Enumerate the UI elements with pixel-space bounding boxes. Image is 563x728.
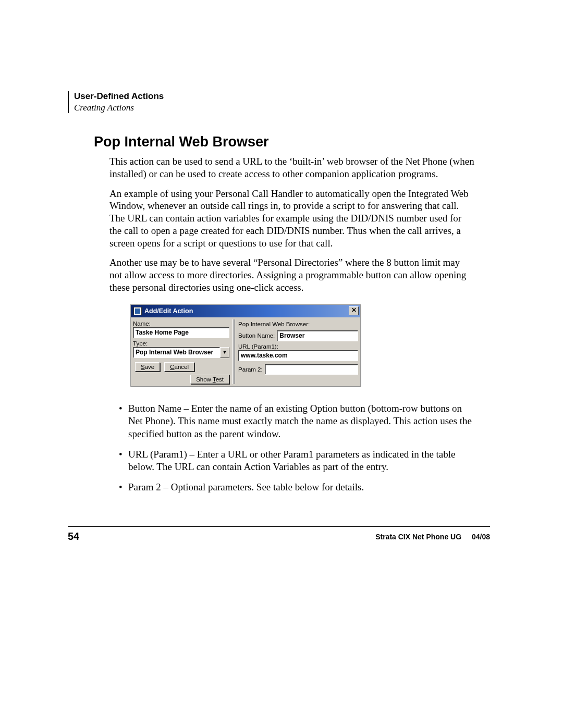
page-content: User-Defined Actions Creating Actions Po… [68, 91, 490, 501]
dialog-divider [232, 319, 235, 384]
paragraph-1: This action can be used to send a URL to… [109, 155, 474, 180]
url-label: URL (Param1): [238, 343, 358, 350]
url-input[interactable]: www.taske.com [238, 350, 358, 361]
subsection-name: Creating Actions [74, 103, 490, 113]
doc-title: Strata CIX Net Phone UG [375, 533, 461, 541]
paragraph-3: Another use may be to have several “Pers… [109, 256, 474, 293]
bullet-list: Button Name – Enter the name of an exist… [109, 402, 474, 494]
param2-label: Param 2: [238, 366, 263, 373]
page-number: 54 [68, 530, 79, 542]
dialog-body: Name: Taske Home Page Type: Pop Internal… [131, 317, 360, 386]
list-item: Param 2 – Optional parameters. See table… [121, 481, 474, 494]
param2-input[interactable] [265, 364, 358, 375]
footer-rule [68, 526, 490, 527]
close-icon[interactable]: ✕ [349, 306, 359, 315]
cancel-button[interactable]: Cancel [164, 362, 194, 372]
page-footer: 54 Strata CIX Net Phone UG 04/08 [68, 530, 490, 542]
dialog-titlebar[interactable]: Add/Edit Action ✕ [131, 305, 360, 317]
doc-date: 04/08 [472, 533, 490, 541]
type-label: Type: [133, 340, 229, 347]
dialog-title: Add/Edit Action [144, 307, 193, 315]
footer-right: Strata CIX Net Phone UG 04/08 [375, 533, 490, 541]
list-item: URL (Param1) – Enter a URL or other Para… [121, 448, 474, 474]
name-label: Name: [133, 320, 229, 327]
name-input[interactable]: Taske Home Page [133, 327, 229, 338]
button-name-input[interactable]: Browser [277, 330, 358, 341]
add-edit-action-dialog: Add/Edit Action ✕ Name: Taske Home Page … [130, 304, 361, 387]
paragraph-2: An example of using your Personal Call H… [109, 188, 474, 250]
dialog-icon [133, 307, 142, 315]
right-header: Pop Internal Web Browser: [238, 321, 358, 327]
topic-title: Pop Internal Web Browser [94, 134, 490, 150]
type-value: Pop Internal Web Browser [133, 347, 220, 358]
chevron-down-icon[interactable]: ▼ [220, 347, 229, 358]
section-name: User-Defined Actions [74, 91, 490, 102]
save-button[interactable]: Save [135, 362, 160, 372]
body-text: This action can be used to send a URL to… [109, 155, 474, 494]
button-name-label: Button Name: [238, 332, 275, 339]
page-header: User-Defined Actions Creating Actions [68, 91, 490, 113]
type-dropdown[interactable]: Pop Internal Web Browser ▼ [133, 347, 229, 358]
list-item: Button Name – Enter the name of an exist… [121, 402, 474, 441]
show-test-button[interactable]: Show Test [190, 375, 229, 384]
